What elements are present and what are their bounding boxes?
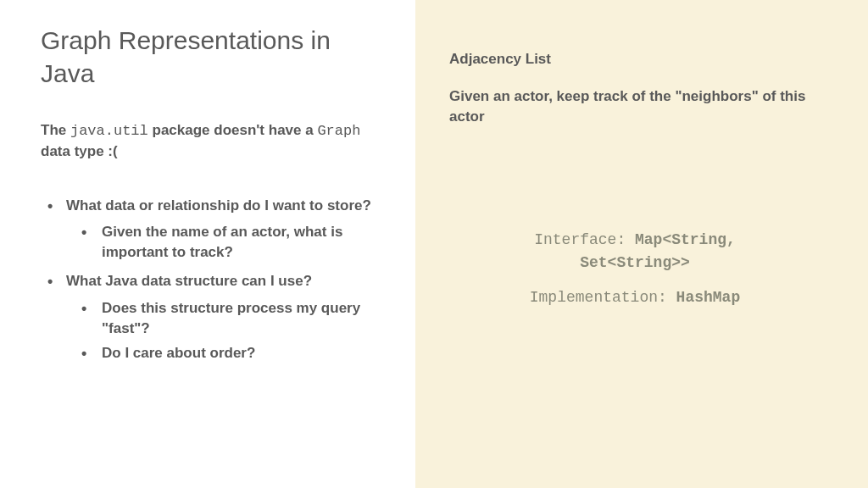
bullet-text: What data or relationship do I want to s… — [66, 197, 371, 214]
implementation-line: Implementation: HashMap — [449, 286, 821, 309]
sub-bullet-item: Given the name of an actor, what is impo… — [66, 222, 381, 263]
bullet-list: What data or relationship do I want to s… — [41, 196, 381, 364]
slide-title: Graph Representations in Java — [41, 24, 381, 90]
implementation-type: HashMap — [676, 289, 741, 306]
subtitle-text-pre: The — [41, 122, 70, 138]
interface-type-line1: Map<String, — [635, 231, 736, 248]
right-column: Adjacency List Given an actor, keep trac… — [415, 0, 868, 488]
interface-line: Interface: Map<String, Set<String>> — [449, 229, 821, 274]
sub-bullet-item: Does this structure process my query "fa… — [66, 298, 381, 339]
left-column: Graph Representations in Java The java.u… — [0, 0, 415, 488]
sub-bullet-item: Do I care about order? — [66, 343, 381, 363]
subtitle-code-2: Graph — [317, 123, 360, 139]
sub-bullet-list: Does this structure process my query "fa… — [66, 298, 381, 363]
sub-bullet-list: Given the name of an actor, what is impo… — [66, 222, 381, 263]
bullet-item: What data or relationship do I want to s… — [41, 196, 381, 263]
subtitle-text-post: data type :( — [41, 143, 118, 159]
slide: Graph Representations in Java The java.u… — [0, 0, 868, 488]
bullet-item: What Java data structure can I use? Does… — [41, 271, 381, 363]
slide-subtitle: The java.util package doesn't have a Gra… — [41, 120, 381, 162]
interface-type-line2: Set<String>> — [580, 254, 690, 271]
interface-label: Interface: — [534, 231, 635, 248]
bullet-text: What Java data structure can I use? — [66, 273, 312, 289]
implementation-label: Implementation: — [530, 289, 676, 306]
subtitle-text-mid: package doesn't have a — [148, 122, 318, 138]
right-subheading: Given an actor, keep track of the "neigh… — [449, 86, 821, 127]
subtitle-code-1: java.util — [70, 123, 148, 139]
code-block: Interface: Map<String, Set<String>> Impl… — [449, 229, 821, 309]
right-heading: Adjacency List — [449, 51, 821, 68]
